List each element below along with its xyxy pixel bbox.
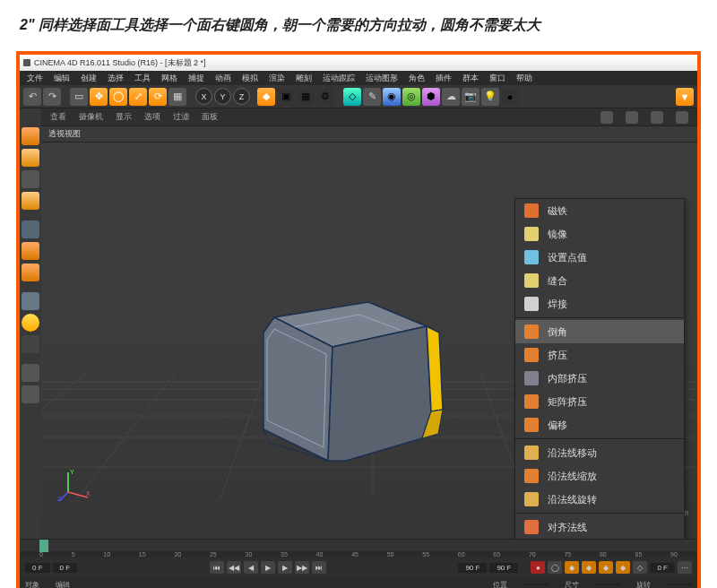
enable-axis[interactable] (22, 292, 39, 310)
live-select-tool[interactable]: ◯ (109, 88, 127, 106)
key-param[interactable]: ◆ (616, 561, 630, 574)
timeline-playhead[interactable] (39, 540, 48, 552)
timeline[interactable] (20, 539, 697, 551)
key-opts[interactable]: ⋯ (678, 561, 692, 574)
prev-frame[interactable]: ◀ (244, 561, 258, 574)
viewtab-显示[interactable]: 显示 (116, 111, 132, 123)
menu-雕刻[interactable]: 雕刻 (296, 73, 312, 84)
ctx-倒角[interactable]: 倒角 (515, 320, 684, 343)
select-tool[interactable]: ▭ (70, 88, 88, 106)
menu-运动跟踪[interactable]: 运动跟踪 (323, 73, 355, 84)
status-size-field[interactable] (595, 584, 620, 585)
viewport-menu[interactable]: 查看摄像机显示选项过滤面板 (41, 108, 697, 126)
ctx-焊接[interactable]: 焊接 (515, 292, 684, 316)
vp-nav-1[interactable] (600, 111, 613, 124)
ctx-矩阵挤压[interactable]: 矩阵挤压 (515, 390, 684, 413)
play-button[interactable]: ▶ (261, 561, 275, 574)
polygon-mode[interactable] (22, 264, 39, 281)
status-pos-field[interactable] (523, 584, 549, 585)
point-mode[interactable] (22, 220, 39, 238)
current-frame[interactable]: 0 F (53, 563, 78, 573)
viewtab-查看[interactable]: 查看 (50, 111, 66, 123)
extra-mode-1[interactable] (22, 364, 39, 382)
workplane-mode[interactable] (22, 192, 39, 210)
3d-viewport[interactable]: Y X Z 网格间距: 100 cm 磁铁镜像设置点值缝合焊接倒角挤压内部挤压矩… (41, 143, 697, 539)
menu-捕捉[interactable]: 捕捉 (188, 73, 204, 84)
menu-网格[interactable]: 网格 (161, 73, 177, 84)
cube-primitive[interactable]: ◇ (343, 88, 361, 106)
vp-nav-2[interactable] (626, 111, 638, 124)
menu-渲染[interactable]: 渲染 (269, 73, 285, 84)
viewport-solo[interactable] (22, 335, 39, 353)
render-pv[interactable]: ▦ (297, 88, 315, 106)
pen-tool[interactable]: ✎ (363, 88, 381, 106)
step-back[interactable]: ◀◀ (227, 561, 241, 574)
goto-end[interactable]: ⏭ (312, 561, 326, 574)
render-settings[interactable]: ⚙ (316, 88, 334, 106)
rotate-tool[interactable]: ⟳ (149, 88, 167, 106)
texture-mode[interactable] (22, 170, 39, 188)
menu-角色[interactable]: 角色 (409, 73, 425, 84)
menu-群本[interactable]: 群本 (462, 73, 479, 84)
layout-button[interactable]: ▼ (676, 88, 694, 106)
frame-total[interactable]: 0 F (650, 563, 675, 573)
edge-mode[interactable] (22, 242, 39, 260)
key-pla[interactable]: ◇ (633, 561, 647, 574)
scale-tool[interactable]: ⤢ (129, 88, 147, 106)
key-rot[interactable]: ◆ (599, 561, 613, 574)
model-mode[interactable] (22, 149, 39, 167)
last-tool[interactable]: ▦ (168, 88, 186, 106)
environment-tool[interactable]: ☁ (442, 88, 460, 106)
status-rot-field[interactable] (667, 584, 692, 585)
key-pos[interactable]: ◆ (565, 561, 579, 574)
redo-button[interactable]: ↷ (43, 88, 61, 106)
z-axis-lock[interactable]: Z (233, 88, 250, 105)
menu-工具[interactable]: 工具 (134, 73, 151, 84)
extra-mode-2[interactable] (22, 385, 39, 403)
goto-start[interactable]: ⏮ (210, 561, 224, 574)
ctx-设置点值[interactable]: 设置点值 (515, 246, 684, 269)
main-menubar[interactable]: 文件编辑创建选择工具网格捕捉动画模拟渲染雕刻运动跟踪运动图形角色插件群本窗口帮助 (20, 71, 697, 85)
extra-tool[interactable]: ● (501, 88, 519, 106)
menu-帮助[interactable]: 帮助 (516, 73, 532, 84)
nurbs-tool[interactable]: ◉ (383, 88, 401, 106)
x-axis-lock[interactable]: X (195, 88, 212, 105)
make-editable[interactable] (22, 127, 39, 145)
end-frame-2[interactable]: 90 F (489, 563, 518, 573)
menu-模拟[interactable]: 模拟 (242, 73, 258, 84)
viewtab-面板[interactable]: 面板 (202, 111, 218, 123)
viewtab-选项[interactable]: 选项 (144, 111, 160, 123)
vp-nav-4[interactable] (676, 111, 688, 124)
ctx-缝合[interactable]: 缝合 (515, 269, 684, 292)
key-scale[interactable]: ◆ (582, 561, 596, 574)
viewtab-摄像机[interactable]: 摄像机 (79, 111, 103, 123)
y-axis-lock[interactable]: Y (214, 88, 231, 105)
menu-选择[interactable]: 选择 (108, 73, 124, 84)
menu-文件[interactable]: 文件 (27, 73, 43, 84)
end-frame[interactable]: 90 F (458, 563, 487, 573)
menu-创建[interactable]: 创建 (81, 73, 97, 84)
next-frame[interactable]: ▶ (278, 561, 292, 574)
viewtab-过滤[interactable]: 过滤 (173, 111, 189, 123)
ctx-镜像[interactable]: 镜像 (515, 222, 684, 246)
menu-窗口[interactable]: 窗口 (489, 73, 505, 84)
ctx-偏移[interactable]: 偏移 (515, 413, 684, 437)
deformer-tool[interactable]: ⬢ (422, 88, 440, 106)
autokey-button[interactable]: ◯ (548, 561, 562, 574)
coord-system[interactable]: ◆ (257, 88, 275, 106)
menu-动画[interactable]: 动画 (215, 73, 231, 84)
light-tool[interactable]: 💡 (481, 88, 499, 106)
ctx-沿法线缩放[interactable]: 沿法线缩放 (515, 464, 684, 488)
start-frame[interactable]: 0 F (25, 563, 50, 573)
snap-toggle[interactable] (22, 314, 39, 332)
record-button[interactable]: ● (531, 561, 545, 574)
camera-tool[interactable]: 📷 (462, 88, 479, 106)
ctx-沿法线移动[interactable]: 沿法线移动 (515, 441, 684, 464)
render-view[interactable]: ▣ (277, 88, 295, 106)
ctx-沿法线旋转[interactable]: 沿法线旋转 (515, 488, 684, 511)
vp-nav-3[interactable] (651, 111, 663, 124)
ctx-挤压[interactable]: 挤压 (515, 343, 684, 367)
generator-tool[interactable]: ◎ (402, 88, 420, 106)
undo-button[interactable]: ↶ (23, 88, 41, 106)
move-tool[interactable]: ✥ (90, 88, 108, 106)
